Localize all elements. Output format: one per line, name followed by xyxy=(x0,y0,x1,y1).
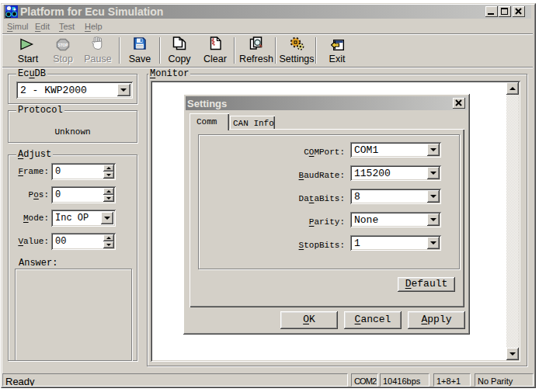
svg-text:STOP: STOP xyxy=(58,43,68,47)
